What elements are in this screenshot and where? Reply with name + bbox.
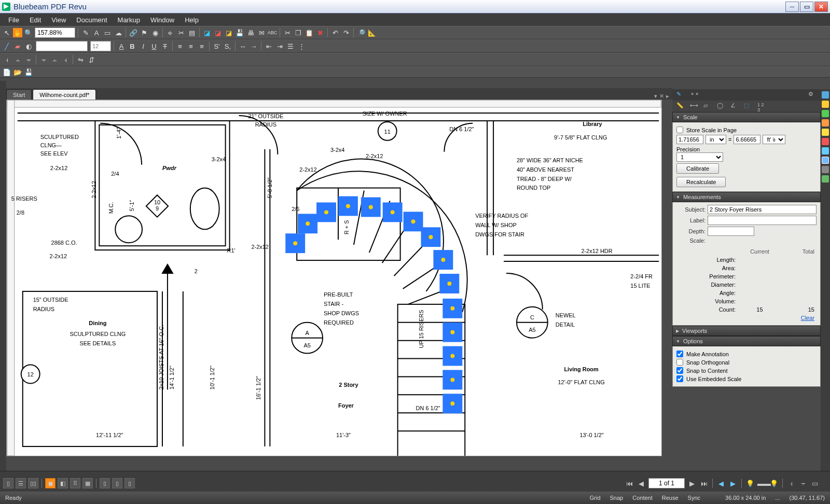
pointer-icon[interactable]: ↖ (2, 28, 11, 37)
cut-icon[interactable]: ✂ (283, 28, 292, 37)
tool-count-icon[interactable]: 1 2 3 (757, 102, 766, 110)
scale-unit2-select[interactable]: ft' ir (763, 135, 785, 144)
menu-window[interactable]: Window (145, 15, 179, 25)
spell-icon[interactable]: ABC (268, 28, 277, 37)
label-input[interactable] (708, 216, 817, 225)
split-close-icon[interactable]: ▭ (810, 480, 820, 487)
calibrate-button[interactable]: Calibrate (676, 163, 719, 174)
align-m-icon[interactable]: ⫠ (50, 55, 59, 64)
align-b-icon[interactable]: ⫞ (61, 55, 70, 64)
menu-help[interactable]: Help (179, 15, 204, 25)
text-icon[interactable]: A (92, 28, 101, 37)
next-page-icon[interactable]: ▶ (687, 480, 697, 487)
dock-green2-icon[interactable] (822, 175, 829, 183)
opt-embedded-scale-checkbox[interactable] (676, 375, 683, 382)
fill-color-icon[interactable]: ▰ (13, 41, 22, 51)
split-h-icon[interactable]: ⫞ (786, 480, 796, 487)
cloud-icon[interactable]: ☁ (114, 28, 123, 37)
view-side-icon[interactable]: ▯▯ (28, 478, 38, 488)
section-scale[interactable]: Scale (672, 112, 821, 122)
depth-input[interactable] (708, 227, 754, 236)
precision-select[interactable]: 1 (676, 152, 723, 162)
tab-close-icon[interactable]: ✕ (659, 93, 664, 100)
bold-icon[interactable]: B (128, 41, 137, 51)
flag-icon[interactable]: ⚑ (140, 28, 149, 37)
scale-val1-input[interactable] (676, 135, 703, 144)
dock-yellow-icon[interactable] (822, 101, 829, 108)
menu-edit[interactable]: Edit (24, 15, 46, 25)
search-icon[interactable]: 🔎 (356, 28, 366, 37)
opt-snap-content-checkbox[interactable] (676, 367, 683, 374)
rect-icon[interactable]: ▭ (103, 28, 112, 37)
bullet-icon[interactable]: ⋮ (297, 41, 306, 51)
strike-icon[interactable]: T (160, 41, 170, 51)
align-c-icon[interactable]: ⫠ (13, 55, 22, 64)
align-t-icon[interactable]: ⫟ (39, 55, 48, 64)
email-icon[interactable]: ✉ (257, 28, 266, 37)
maximize-button[interactable]: ▭ (800, 2, 813, 12)
crop-icon[interactable]: ⎆ (165, 28, 175, 37)
dock-box-icon[interactable] (822, 157, 829, 164)
list-icon[interactable]: ☰ (286, 41, 295, 51)
split-v-icon[interactable]: ⫟ (798, 480, 808, 487)
new-icon[interactable]: 📄 (2, 67, 11, 77)
tab-file[interactable]: Wilhome-count.pdf* (33, 89, 96, 100)
copy-icon[interactable]: ❐ (294, 28, 303, 37)
dim-toggle2-icon[interactable]: 💡 (769, 480, 779, 487)
print-icon[interactable]: 🖶 (246, 28, 255, 37)
view-full-icon[interactable]: ◼ (45, 478, 56, 488)
flip-h-icon[interactable]: ⇋ (76, 55, 85, 64)
fontsize-input[interactable] (90, 41, 111, 51)
arrow-h-icon[interactable]: ↔ (238, 41, 247, 51)
close-button[interactable]: ✕ (814, 2, 828, 12)
dim-slider-icon[interactable]: ▬▬ (757, 480, 767, 487)
tool-ruler-icon[interactable]: 📏 (676, 102, 685, 110)
align-left-icon[interactable]: ≡ (175, 41, 185, 51)
menu-markup[interactable]: Markup (113, 15, 145, 25)
clear-link[interactable]: Clear (801, 315, 814, 321)
paneltab-measure-icon[interactable]: ✎ (676, 91, 685, 99)
pen-icon[interactable]: ✎ (81, 28, 90, 37)
tab-new-icon[interactable]: ▸ (666, 93, 669, 100)
opt-make-anno-checkbox[interactable] (676, 351, 683, 357)
section-viewports[interactable]: Viewports (672, 326, 821, 336)
arrow-end-icon[interactable]: → (249, 41, 258, 51)
blue-icon[interactable]: ◪ (202, 28, 212, 37)
dock-red-icon[interactable] (822, 138, 829, 145)
paneltab-link-icon[interactable]: ⚬⚬ (690, 91, 698, 99)
menu-file[interactable]: File (3, 15, 24, 25)
nav-back-icon[interactable]: ◀ (716, 480, 726, 487)
view-split-icon[interactable]: ◧ (58, 478, 68, 488)
menu-document[interactable]: Document (71, 15, 112, 25)
first-page-icon[interactable]: ⏮ (625, 480, 634, 487)
zoom-input[interactable] (35, 27, 75, 38)
status-content[interactable]: Content (632, 495, 653, 501)
italic-icon[interactable]: I (139, 41, 148, 51)
store-scale-checkbox[interactable] (676, 127, 683, 133)
dock-orange-icon[interactable] (822, 119, 829, 127)
drawing-canvas[interactable]: Library 9'-7 5/8" FLAT CLNG Pwdr Dining … (6, 100, 662, 456)
indent-out-icon[interactable]: ⇤ (264, 41, 273, 51)
redo-icon[interactable]: ↷ (341, 28, 351, 37)
dim-toggle-icon[interactable]: 💡 (745, 480, 755, 487)
nav-fwd-icon[interactable]: ▶ (728, 480, 738, 487)
undo-icon[interactable]: ↶ (330, 28, 340, 37)
underline-icon[interactable]: U (149, 41, 159, 51)
paneltab-gear-icon[interactable]: ⚙ (808, 91, 817, 99)
view-grid-icon[interactable]: ▦ (82, 478, 93, 488)
subject-input[interactable] (708, 205, 817, 214)
minimize-button[interactable]: ─ (785, 2, 799, 12)
view-single-icon[interactable]: ▯ (3, 478, 13, 488)
section-measurements[interactable]: Measurements (672, 192, 821, 202)
save2-icon[interactable]: 💾 (24, 67, 33, 77)
align-right-icon[interactable]: ≡ (197, 41, 206, 51)
status-reuse[interactable]: Reuse (662, 495, 679, 501)
stamp-icon[interactable]: ◉ (150, 28, 160, 37)
status-sync[interactable]: Sync (688, 495, 700, 501)
prev-page-icon[interactable]: ◀ (637, 480, 646, 487)
section-options[interactable]: Options (672, 336, 821, 346)
align-r-icon[interactable]: ⫟ (24, 55, 33, 64)
status-grid[interactable]: Grid (590, 495, 601, 501)
delete-icon[interactable]: ✖ (315, 28, 325, 37)
view-page2-icon[interactable]: ▯ (112, 478, 122, 488)
